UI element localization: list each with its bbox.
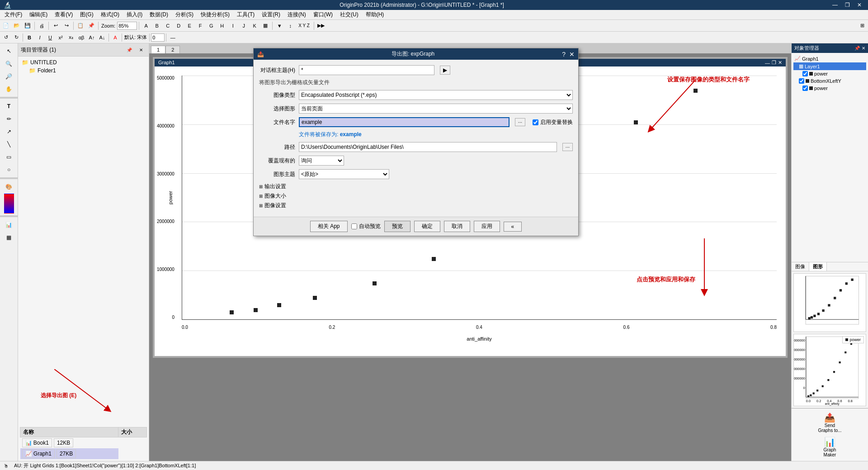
tool-hand[interactable]: ✋	[2, 83, 16, 95]
font-size-down[interactable]: A↓	[97, 33, 107, 43]
font-size-input[interactable]	[151, 33, 165, 42]
tree-root[interactable]: 📁 UNTITLED	[20, 58, 147, 66]
file-row-graph1[interactable]: 📈 Graph1 27KB	[20, 448, 118, 459]
font-color[interactable]: A	[110, 33, 120, 43]
maximize-button[interactable]: ❐	[842, 2, 853, 8]
obj-graph1[interactable]: 📈 Graph1	[793, 55, 866, 62]
menu-analysis[interactable]: 分析(S)	[172, 10, 197, 19]
tool-rect[interactable]: ▭	[2, 151, 16, 163]
tool-paint[interactable]	[4, 194, 14, 214]
tb-btn12[interactable]: ▦	[260, 21, 270, 31]
tb2-btn2[interactable]: ↻	[11, 33, 21, 43]
tb-btn11[interactable]: K	[250, 21, 259, 31]
tb-btn9[interactable]: I	[228, 21, 238, 31]
bottomx-check[interactable]	[799, 78, 804, 84]
font-subscript[interactable]: x₂	[66, 33, 76, 43]
obj-power2[interactable]: power	[793, 85, 866, 92]
tool-zoom-out[interactable]: 🔎	[2, 71, 16, 82]
menu-file[interactable]: 文件(F)	[1, 10, 26, 19]
copy-btn[interactable]: 📋	[75, 21, 85, 31]
menu-insert[interactable]: 插入(I)	[123, 10, 146, 19]
dialog-close-btn[interactable]: ✕	[569, 51, 575, 58]
tool-draw[interactable]: ✏	[2, 113, 16, 125]
tab-1[interactable]: 1	[151, 46, 165, 53]
new-btn[interactable]: 📄	[1, 21, 11, 31]
font-underline[interactable]: U	[45, 33, 55, 43]
graph-window-close[interactable]: ✕	[778, 60, 782, 66]
graph-window-minimize[interactable]: —	[765, 60, 770, 66]
tb-btn7[interactable]: G	[206, 21, 216, 31]
menu-window[interactable]: 窗口(W)	[310, 10, 336, 19]
font-size-up[interactable]: A↑	[87, 33, 97, 43]
zoom-input[interactable]: 85%	[117, 22, 137, 30]
menu-help[interactable]: 帮助(H)	[362, 10, 388, 19]
tool-arrow[interactable]: ↗	[2, 126, 16, 138]
menu-quick-analysis[interactable]: 快捷分析(S)	[197, 10, 233, 19]
obj-power[interactable]: power	[793, 70, 866, 77]
menu-edit[interactable]: 编辑(E)	[26, 10, 51, 19]
obj-bottomx[interactable]: BottomXLeftY	[793, 77, 866, 85]
send-graphs-btn[interactable]: 📤 Send Graphs to...	[818, 412, 841, 433]
var-replace-checkbox[interactable]	[533, 119, 538, 125]
menu-format[interactable]: 格式(O)	[97, 10, 123, 19]
obj-layer1[interactable]: ▦ Layer1	[793, 62, 866, 70]
sort-btn[interactable]: ↕	[285, 21, 295, 31]
tool-zoom[interactable]: 🔍	[2, 58, 16, 70]
menu-tools[interactable]: 工具(T)	[233, 10, 258, 19]
open-btn[interactable]: 📂	[12, 21, 22, 31]
graph-theme-select[interactable]: <原始>	[299, 169, 389, 179]
project-panel-pin[interactable]: 📌	[124, 45, 134, 55]
font-bold[interactable]: B	[24, 33, 34, 43]
output-settings-row[interactable]: ⊞ 输出设置	[259, 183, 573, 190]
image-type-select[interactable]: Encapsulated Postscript (*.eps) PNG (*.p…	[299, 90, 573, 100]
project-panel-close[interactable]: ✕	[136, 45, 146, 55]
menu-settings[interactable]: 设置(R)	[258, 10, 284, 19]
tree-folder1[interactable]: 📁 Folder1	[20, 66, 147, 75]
line-btn[interactable]: —	[168, 33, 178, 43]
tool-line[interactable]: ╲	[2, 138, 16, 150]
cancel-btn[interactable]: 取消	[444, 221, 470, 232]
path-browse[interactable]: ···	[562, 143, 573, 151]
graph-maker-btn[interactable]: 📊 Graph Maker	[824, 437, 836, 457]
end-btn[interactable]: ⊞	[857, 21, 867, 31]
filter-btn[interactable]: ▼	[274, 21, 284, 31]
obj-manager-close[interactable]: ✕	[862, 46, 865, 51]
tb-btn4[interactable]: D	[174, 21, 184, 31]
font-superscript[interactable]: x²	[56, 33, 66, 43]
file-name-input[interactable]	[299, 117, 509, 127]
tool-graph[interactable]: 📊	[2, 219, 16, 231]
tb-btn1[interactable]: A	[141, 21, 151, 31]
tool-ellipse[interactable]: ○	[2, 164, 16, 176]
auto-preview-checkbox[interactable]	[351, 223, 357, 229]
tb-btn10[interactable]: J	[239, 21, 249, 31]
tb2-btn1[interactable]: ↺	[1, 33, 11, 43]
path-input[interactable]	[299, 142, 557, 152]
menu-connect[interactable]: 连接(N)	[284, 10, 310, 19]
obj-manager-pin[interactable]: 📌	[854, 46, 860, 51]
file-name-browse[interactable]: ···	[515, 118, 525, 126]
minimize-button[interactable]: —	[830, 2, 840, 8]
menu-data[interactable]: 数据(D)	[146, 10, 172, 19]
dialog-theme-input[interactable]	[299, 65, 434, 75]
dialog-theme-expand[interactable]: ▶	[440, 66, 450, 75]
print-btn[interactable]: 🖨	[37, 21, 47, 31]
font-alpha[interactable]: αβ	[76, 33, 86, 43]
menu-view[interactable]: 查看(V)	[51, 10, 76, 19]
related-app-btn[interactable]: 相关 App	[310, 221, 348, 232]
ok-btn[interactable]: 确定	[414, 221, 440, 232]
tb-btn6[interactable]: F	[195, 21, 205, 31]
tb-btn2[interactable]: B	[152, 21, 162, 31]
dialog-help[interactable]: ?	[562, 51, 566, 58]
graph-window-maximize[interactable]: ❐	[772, 60, 776, 66]
power2-check[interactable]	[802, 85, 808, 91]
menu-graph[interactable]: 图(G)	[76, 10, 97, 19]
apply-btn[interactable]: 应用	[474, 221, 500, 232]
tool-table[interactable]: ▦	[2, 232, 16, 243]
tab-2[interactable]: 2	[165, 46, 180, 53]
close-button[interactable]: ✕	[854, 2, 864, 8]
tool-color[interactable]: 🎨	[2, 181, 16, 193]
image-settings-row[interactable]: ⊞ 图像设置	[259, 202, 573, 209]
redo-btn[interactable]: ↪	[61, 21, 71, 31]
file-row-book1[interactable]: 📊 Book1 12KB	[20, 437, 118, 448]
collapse-btn[interactable]: «	[504, 222, 522, 232]
